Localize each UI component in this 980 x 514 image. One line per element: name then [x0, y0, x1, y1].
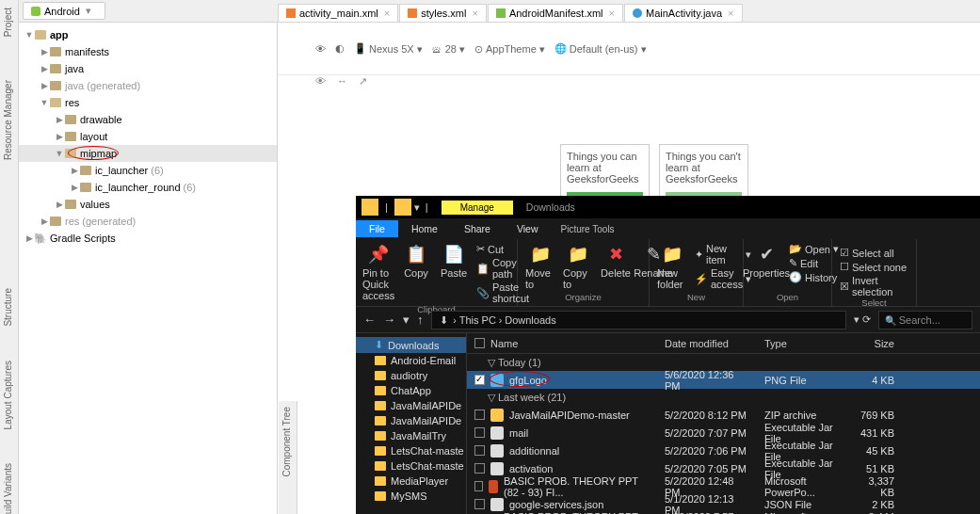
- theme-selector[interactable]: ⊙ AppTheme ▾: [474, 43, 545, 55]
- tree-mipmap[interactable]: mipmap: [80, 148, 117, 159]
- tab-styles[interactable]: styles.xml×: [399, 4, 487, 22]
- ribbon-home[interactable]: Home: [398, 220, 451, 237]
- rail-resmgr[interactable]: Resource Manager: [0, 72, 16, 168]
- selectinv-button[interactable]: ☒ Invert selection: [840, 275, 908, 297]
- row-check[interactable]: [474, 410, 485, 420]
- edit-button[interactable]: ✎ Edit: [789, 257, 839, 269]
- manage-tab[interactable]: Manage: [442, 201, 513, 215]
- api-selector[interactable]: 🛎 28 ▾: [432, 43, 465, 55]
- open-button[interactable]: 📂 Open ▾: [789, 243, 839, 255]
- row-check[interactable]: [474, 481, 483, 491]
- tree-app[interactable]: app: [50, 29, 69, 40]
- tree-ic-launcher-round[interactable]: ic_launcher_round: [95, 182, 181, 193]
- view-icon[interactable]: 👁: [315, 75, 326, 88]
- file-list[interactable]: Name Date modified Type Size ▽ Today (1)…: [467, 333, 980, 514]
- ribbon-file[interactable]: File: [356, 220, 398, 237]
- check-all[interactable]: [474, 338, 485, 348]
- file-type: Microsoft PowerPo...: [757, 511, 845, 515]
- up-button[interactable]: ↑: [417, 313, 424, 327]
- side-downloads[interactable]: ⬇Downloads: [356, 337, 466, 353]
- row-check[interactable]: [474, 427, 485, 438]
- paste-button[interactable]: 📄Paste: [439, 243, 469, 304]
- tree-layout[interactable]: layout: [80, 131, 107, 142]
- row-check[interactable]: [474, 499, 485, 509]
- side-item[interactable]: LetsChat-maste: [356, 458, 466, 474]
- rail-layout[interactable]: Layout Captures: [0, 353, 16, 437]
- file-row[interactable]: JavaMailAPIDemo-master5/2/2020 8:12 PMZI…: [467, 406, 980, 424]
- delete-button[interactable]: ✖Delete: [601, 243, 631, 290]
- side-item[interactable]: JavaMailAPIDe: [356, 413, 466, 428]
- close-icon[interactable]: ×: [609, 8, 615, 19]
- arrow-icon[interactable]: ↗: [359, 75, 367, 88]
- close-icon[interactable]: ×: [472, 8, 477, 19]
- rail-structure[interactable]: Structure: [0, 281, 16, 334]
- side-item[interactable]: Android-Email: [356, 353, 466, 368]
- explorer-sidebar[interactable]: ⬇Downloads Android-Email audiotry ChatAp…: [356, 333, 467, 514]
- pin-button[interactable]: 📌Pin to Quick access: [363, 243, 394, 304]
- recent-button[interactable]: ▾: [403, 313, 410, 327]
- ribbon-share[interactable]: Share: [451, 220, 504, 237]
- module-selector[interactable]: Android: [23, 2, 105, 20]
- tree-gradle[interactable]: Gradle Scripts: [50, 233, 116, 244]
- file-row[interactable]: additionnal5/2/2020 7:06 PMExecutable Ja…: [467, 442, 980, 459]
- ribbon-view[interactable]: View: [504, 220, 552, 237]
- selectnone-button[interactable]: ☐ Select none: [840, 261, 908, 273]
- row-check[interactable]: [474, 375, 485, 385]
- address-bar[interactable]: ⬇ › This PC › Downloads: [431, 311, 846, 329]
- search-input[interactable]: 🔍 Search...: [878, 311, 972, 329]
- file-size: 2 KB: [845, 499, 902, 510]
- side-item[interactable]: LetsChat-maste: [356, 443, 466, 458]
- fwd-button[interactable]: →: [383, 313, 395, 327]
- col-size[interactable]: Size: [845, 338, 902, 349]
- file-type: JSON File: [757, 499, 845, 510]
- copy-button[interactable]: 📋Copy: [401, 243, 431, 304]
- rail-project[interactable]: Project: [0, 0, 16, 44]
- picture-tools[interactable]: Picture Tools: [552, 221, 624, 237]
- device-selector[interactable]: 📱 Nexus 5X ▾: [354, 42, 423, 55]
- side-item[interactable]: MediaPlayer: [356, 474, 466, 489]
- col-type[interactable]: Type: [757, 338, 845, 349]
- col-date[interactable]: Date modified: [657, 338, 757, 349]
- component-tree-tab[interactable]: Component Tree: [279, 401, 295, 483]
- selectall-button[interactable]: ☑ Select all: [840, 247, 908, 259]
- tree-res[interactable]: res: [65, 97, 79, 108]
- col-name[interactable]: Name: [490, 338, 518, 349]
- row-check[interactable]: [474, 463, 485, 474]
- tree-java-gen[interactable]: java (generated): [65, 80, 140, 91]
- copyto-button[interactable]: 📁Copy to: [563, 243, 593, 290]
- side-item[interactable]: JavaMailTry: [356, 428, 466, 443]
- zoom-icon[interactable]: ↔: [337, 75, 347, 88]
- file-row[interactable]: gfgLogo5/6/2020 12:36 PMPNG File4 KB: [467, 371, 980, 389]
- newfolder-button[interactable]: 📁New folder: [657, 243, 687, 290]
- gradle-icon: 🐘: [34, 233, 47, 244]
- props-button[interactable]: ✔Properties: [751, 243, 781, 283]
- tree-drawable[interactable]: drawable: [80, 114, 122, 125]
- locale-selector[interactable]: 🌐 Default (en-us) ▾: [554, 42, 647, 55]
- side-item[interactable]: JavaMailAPIDe: [356, 398, 466, 413]
- refresh-icon[interactable]: ▾ ⟳: [854, 313, 871, 326]
- dropdown-icon[interactable]: ▾: [414, 201, 420, 214]
- close-icon[interactable]: ×: [384, 8, 390, 19]
- tab-activity-main[interactable]: activity_main.xml×: [278, 4, 398, 22]
- close-icon[interactable]: ×: [728, 8, 733, 19]
- side-item[interactable]: MySMS: [356, 489, 466, 504]
- tab-mainactivity[interactable]: MainActivity.java×: [624, 4, 743, 22]
- tree-values[interactable]: values: [80, 199, 110, 210]
- tree-ic-launcher[interactable]: ic_launcher: [95, 165, 148, 176]
- back-button[interactable]: ←: [363, 313, 376, 327]
- tree-java[interactable]: java: [65, 63, 84, 74]
- eye-icon[interactable]: 👁: [315, 43, 326, 55]
- section-lastweek[interactable]: ▽ Last week (21): [467, 389, 980, 406]
- side-item[interactable]: audiotry: [356, 368, 466, 383]
- orientation-icon[interactable]: ◐: [335, 42, 345, 55]
- tree-res-gen[interactable]: res (generated): [65, 216, 136, 227]
- tab-manifest[interactable]: AndroidManifest.xml×: [488, 4, 623, 22]
- move-button[interactable]: 📁Move to: [525, 243, 555, 290]
- side-item[interactable]: ChatApp: [356, 383, 466, 398]
- tree-manifests[interactable]: manifests: [65, 46, 109, 57]
- file-row[interactable]: mail5/2/2020 7:07 PMExecutable Jar File4…: [467, 424, 980, 442]
- history-button[interactable]: 🕘 History: [789, 271, 839, 283]
- rail-build[interactable]: Build Variants: [0, 456, 16, 514]
- row-check[interactable]: [474, 445, 485, 456]
- project-tree[interactable]: ▼app ▶manifests ▶java ▶java (generated) …: [19, 23, 278, 514]
